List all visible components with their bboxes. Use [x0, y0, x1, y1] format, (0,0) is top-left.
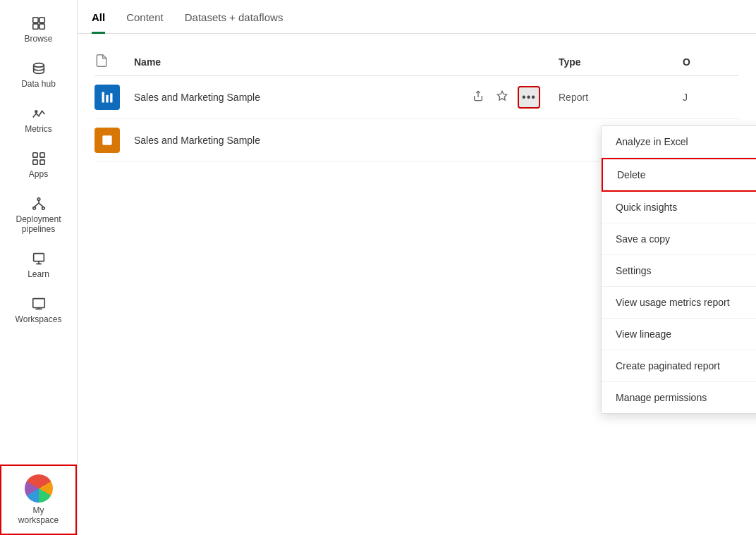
- main-content: All Content Datasets + dataflows Name Ty…: [78, 0, 756, 535]
- ctx-quick-insights[interactable]: Quick insights: [602, 192, 756, 223]
- sidebar-item-workspaces[interactable]: Workspaces: [0, 288, 77, 333]
- ctx-analyze-excel[interactable]: Analyze in Excel: [602, 126, 756, 158]
- svg-rect-1: [39, 18, 44, 23]
- share-icon: [472, 90, 484, 102]
- row-name: Sales and Marketing Sample: [134, 135, 460, 146]
- sidebar-item-browse-label: Browse: [24, 34, 52, 44]
- workspace-avatar: [25, 474, 53, 503]
- svg-rect-0: [32, 18, 37, 23]
- sidebar-item-data-hub[interactable]: Data hub: [0, 52, 77, 97]
- ellipsis-icon: •••: [522, 91, 536, 104]
- ctx-settings[interactable]: Settings: [602, 255, 756, 287]
- row-type: Report: [559, 92, 671, 103]
- table-row: Sales and Marketing Sample •••: [94, 76, 739, 119]
- th-name: Name: [134, 56, 547, 68]
- sidebar-item-learn-label: Learn: [28, 269, 49, 279]
- svg-marker-19: [497, 91, 506, 100]
- svg-rect-8: [32, 160, 37, 164]
- star-icon: [496, 90, 508, 102]
- row-icon-col: [94, 128, 123, 153]
- ctx-delete[interactable]: Delete: [602, 158, 756, 192]
- metrics-icon: [31, 106, 47, 121]
- browse-icon: [31, 16, 47, 31]
- sidebar-item-apps[interactable]: Apps: [0, 142, 77, 187]
- svg-point-11: [32, 207, 35, 210]
- file-icon: [94, 54, 109, 68]
- deployment-icon: [31, 196, 47, 211]
- favorite-button[interactable]: [494, 87, 511, 107]
- svg-rect-7: [39, 153, 44, 157]
- context-menu: Analyze in Excel Delete Quick insights S…: [601, 125, 756, 414]
- svg-rect-13: [33, 254, 44, 262]
- sidebar-item-metrics[interactable]: Metrics: [0, 97, 77, 142]
- sidebar-item-deployment[interactable]: Deployment pipelines: [0, 187, 77, 242]
- dataset-icon: [100, 133, 114, 147]
- row-actions: •••: [470, 86, 540, 109]
- th-owner: O: [683, 56, 739, 68]
- sidebar-item-workspaces-label: Workspaces: [16, 314, 62, 324]
- report-icon: [100, 90, 114, 104]
- row-icon-box-orange: [94, 128, 120, 153]
- my-workspace-label: Myworkspace: [18, 505, 59, 525]
- sidebar-item-data-hub-label: Data hub: [21, 79, 56, 89]
- tab-all[interactable]: All: [92, 0, 105, 34]
- svg-rect-16: [106, 95, 108, 103]
- svg-rect-6: [32, 153, 37, 157]
- th-type: Type: [559, 56, 671, 68]
- svg-point-4: [33, 63, 44, 68]
- sidebar-item-my-workspace[interactable]: Myworkspace: [0, 465, 77, 535]
- content-area: Name Type O Sales and Marketing Sample: [78, 34, 756, 535]
- svg-rect-2: [32, 24, 37, 29]
- data-hub-icon: [31, 61, 47, 76]
- svg-point-10: [37, 198, 40, 201]
- row-owner: J: [683, 92, 739, 103]
- ctx-usage-metrics[interactable]: View usage metrics report: [602, 287, 756, 319]
- row-icon-box-blue: [94, 85, 120, 110]
- th-icon-col: [94, 54, 123, 70]
- svg-rect-15: [102, 92, 104, 103]
- sidebar-item-apps-label: Apps: [29, 169, 48, 179]
- row-icon-col: [94, 85, 123, 110]
- workspaces-icon: [31, 296, 47, 312]
- ctx-save-copy[interactable]: Save a copy: [602, 223, 756, 255]
- ctx-lineage[interactable]: View lineage: [602, 319, 756, 350]
- sidebar: Browse Data hub Metrics Apps: [0, 0, 78, 535]
- svg-rect-9: [39, 160, 44, 164]
- svg-rect-14: [32, 299, 44, 308]
- share-button[interactable]: [470, 87, 487, 107]
- row-name: Sales and Marketing Sample: [134, 92, 458, 103]
- svg-rect-3: [39, 24, 44, 29]
- ctx-manage-permissions[interactable]: Manage permissions: [602, 382, 756, 413]
- sidebar-item-deployment-label: Deployment pipelines: [6, 214, 71, 234]
- more-options-button[interactable]: •••: [518, 86, 540, 109]
- sidebar-item-browse[interactable]: Browse: [0, 7, 77, 52]
- ctx-paginated-report[interactable]: Create paginated report: [602, 350, 756, 382]
- tabs-bar: All Content Datasets + dataflows: [78, 0, 756, 34]
- tab-content[interactable]: Content: [126, 0, 164, 34]
- table-header: Name Type O: [94, 48, 739, 76]
- sidebar-item-metrics-label: Metrics: [25, 124, 52, 134]
- svg-rect-17: [110, 93, 112, 102]
- svg-point-12: [42, 207, 44, 210]
- learn-icon: [31, 251, 47, 266]
- apps-icon: [31, 151, 47, 166]
- tab-datasets[interactable]: Datasets + dataflows: [185, 0, 284, 34]
- svg-rect-21: [105, 138, 110, 143]
- sidebar-item-learn[interactable]: Learn: [0, 242, 77, 288]
- svg-point-5: [35, 111, 37, 113]
